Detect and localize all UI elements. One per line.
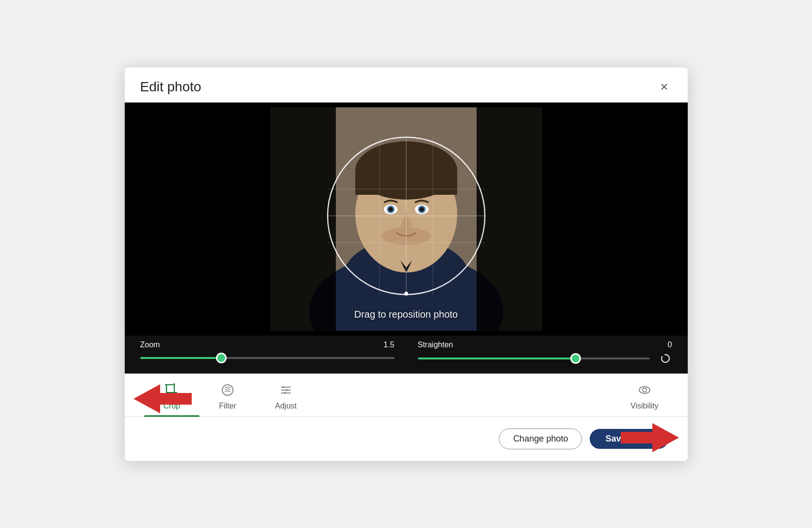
change-photo-button[interactable]: Change photo	[499, 428, 582, 449]
zoom-slider-track	[140, 357, 395, 359]
right-arrow-annotation	[621, 423, 679, 452]
svg-point-47	[643, 388, 646, 392]
tab-adjust[interactable]: Adjust	[256, 379, 316, 416]
dialog-title: Edit photo	[140, 79, 201, 95]
straighten-slider-fill	[418, 358, 576, 359]
left-arrow-annotation	[133, 384, 192, 413]
filter-tab-label: Filter	[219, 402, 236, 410]
zoom-slider-group: Zoom 1.5	[140, 341, 395, 365]
straighten-value: 0	[668, 341, 672, 349]
zoom-slider-track-wrap[interactable]	[140, 352, 395, 364]
filter-icon	[221, 383, 234, 400]
straighten-slider-track-wrap[interactable]	[418, 353, 650, 364]
tab-visibility[interactable]: Visibility	[621, 379, 668, 416]
zoom-slider-thumb[interactable]	[216, 353, 227, 363]
bottom-action-row: Change photo Save photo	[125, 417, 688, 461]
sliders-area: Zoom 1.5 Straighten 0	[125, 336, 688, 374]
zoom-label: Zoom	[140, 341, 160, 349]
straighten-reset-button[interactable]	[658, 352, 672, 365]
straighten-slider-thumb[interactable]	[570, 353, 581, 364]
visibility-tab-label: Visibility	[630, 402, 659, 410]
zoom-slider-fill	[140, 357, 222, 359]
adjust-tab-label: Adjust	[275, 402, 297, 410]
zoom-label-row: Zoom 1.5	[140, 341, 395, 349]
zoom-value: 1.5	[383, 341, 394, 349]
svg-marker-0	[133, 384, 192, 413]
tabs-row: Crop Filter	[125, 374, 688, 417]
straighten-label-row: Straighten 0	[418, 341, 672, 349]
close-button[interactable]: ×	[656, 78, 672, 96]
edit-photo-dialog: Edit photo ×	[125, 68, 688, 461]
crop-circle-overlay[interactable]	[326, 136, 486, 296]
svg-point-32	[404, 291, 408, 295]
svg-rect-24	[477, 107, 542, 331]
tab-filter[interactable]: Filter	[199, 379, 256, 416]
straighten-slider-group: Straighten 0	[418, 341, 672, 365]
photo-canvas[interactable]: Drag to reposition photo	[125, 102, 688, 336]
crop-circle-svg	[326, 136, 486, 296]
visibility-icon	[638, 383, 651, 400]
reset-icon	[660, 353, 670, 364]
dialog-header: Edit photo ×	[125, 68, 688, 102]
adjust-icon	[279, 383, 293, 400]
straighten-label: Straighten	[418, 341, 453, 349]
svg-marker-1	[621, 423, 679, 452]
svg-point-39	[222, 385, 233, 395]
straighten-slider-track	[418, 358, 650, 359]
drag-reposition-text: Drag to reposition photo	[354, 309, 458, 320]
